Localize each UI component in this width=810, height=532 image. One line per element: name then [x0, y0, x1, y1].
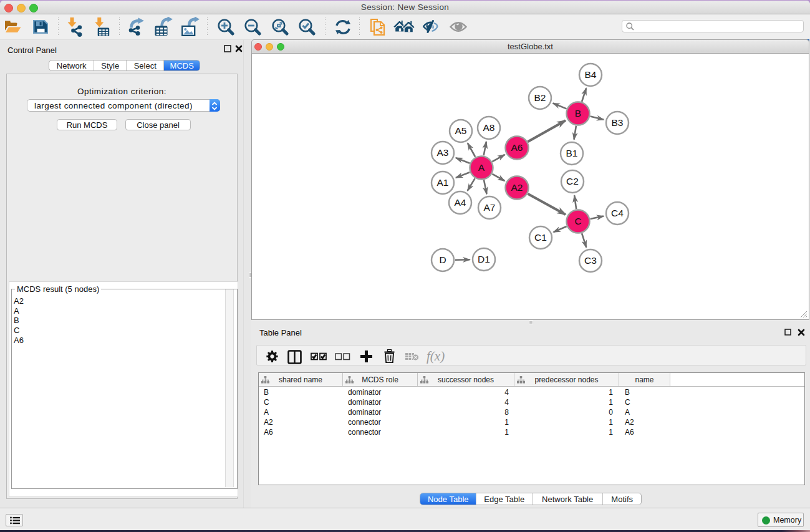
svg-text:B: B — [575, 108, 581, 118]
svg-text:B4: B4 — [585, 69, 597, 80]
svg-text:C3: C3 — [584, 255, 597, 266]
svg-text:B2: B2 — [534, 92, 546, 103]
svg-text:A2: A2 — [511, 182, 523, 193]
svg-text:C: C — [574, 216, 581, 226]
svg-text:D1: D1 — [478, 254, 490, 264]
svg-text:A8: A8 — [483, 122, 495, 133]
svg-text:C1: C1 — [534, 232, 547, 243]
svg-text:A4: A4 — [455, 197, 466, 208]
svg-text:B3: B3 — [612, 117, 624, 128]
svg-text:C4: C4 — [611, 208, 624, 218]
svg-text:A3: A3 — [437, 147, 449, 158]
svg-text:A5: A5 — [455, 125, 467, 136]
svg-text:A6: A6 — [511, 142, 523, 153]
svg-text:A7: A7 — [484, 202, 496, 213]
svg-text:D: D — [439, 254, 446, 265]
svg-text:B1: B1 — [566, 148, 578, 158]
svg-text:A: A — [478, 162, 485, 173]
svg-text:C2: C2 — [566, 176, 579, 186]
svg-text:A1: A1 — [437, 177, 449, 188]
